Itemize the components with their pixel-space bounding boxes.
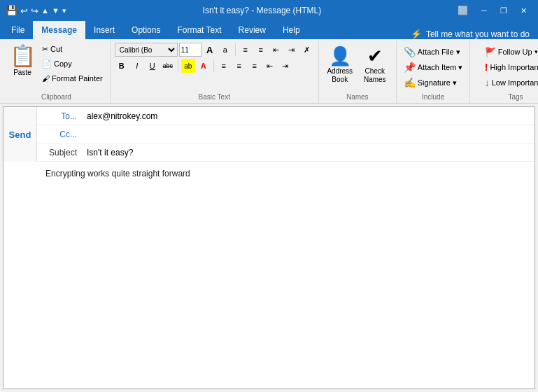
attach-file-icon: 📎	[404, 46, 416, 57]
format-painter-label: Format Painter	[52, 74, 103, 83]
decrease-indent-button[interactable]: ⇤	[269, 43, 283, 57]
window-controls: ⬜ ─ ❐ ✕	[458, 4, 532, 18]
clipboard-group-content: 📋 Paste ✂ Cut 📄 Copy 🖌 Format Painter	[7, 42, 106, 92]
increase-indent-button[interactable]: ⇥	[285, 43, 299, 57]
tab-review[interactable]: Review	[230, 21, 274, 39]
basic-text-content: Calibri (Bo A a ≡ ≡ ⇤ ⇥ ✗ B I U abc ab	[115, 42, 314, 92]
grow-font-button[interactable]: A	[203, 43, 217, 57]
basic-text-group: Calibri (Bo A a ≡ ≡ ⇤ ⇥ ✗ B I U abc ab	[111, 41, 319, 103]
shrink-font-button[interactable]: a	[218, 43, 232, 57]
minimize-button[interactable]: ─	[475, 4, 493, 18]
numbered-list-button[interactable]: ≡	[254, 43, 268, 57]
cc-input[interactable]	[83, 125, 535, 143]
up-arrow-icon[interactable]: ▲	[41, 6, 49, 15]
attach-file-label: Attach File ▾	[418, 48, 460, 57]
include-label: Include	[401, 92, 466, 103]
cut-icon: ✂	[42, 45, 48, 54]
close-button[interactable]: ✕	[514, 4, 532, 18]
tags-group: 🚩 Follow Up ▾ ! High Importance ↓ Low Im…	[470, 41, 538, 103]
underline-button[interactable]: U	[146, 59, 160, 73]
tab-insert[interactable]: Insert	[85, 21, 123, 39]
names-group: 👤 Address Book ✔ Check Names Names	[319, 41, 397, 103]
follow-up-button[interactable]: 🚩 Follow Up ▾	[482, 45, 538, 59]
font-row: Calibri (Bo A a ≡ ≡ ⇤ ⇥ ✗	[115, 42, 314, 57]
follow-up-chevron: ▾	[535, 48, 538, 55]
cc-button[interactable]: Cc...	[37, 125, 83, 143]
bullet-list-button[interactable]: ≡	[239, 43, 253, 57]
address-book-button[interactable]: 👤 Address Book	[323, 42, 357, 88]
include-group: 📎 Attach File ▾ 📌 Attach Item ▾ ✍ Signat…	[397, 41, 471, 103]
to-row: To...	[37, 107, 535, 125]
tab-message[interactable]: Message	[33, 21, 85, 39]
to-input[interactable]	[83, 107, 535, 125]
separator	[235, 43, 236, 56]
high-importance-icon: !	[485, 62, 488, 73]
body-input[interactable]	[37, 162, 535, 388]
increase-indent2-button[interactable]: ⇥	[278, 59, 292, 73]
align-left-button[interactable]: ≡	[217, 59, 231, 73]
window-icon: ⬜	[458, 6, 468, 15]
clear-format-button[interactable]: ✗	[300, 43, 314, 57]
names-content: 👤 Address Book ✔ Check Names	[323, 42, 392, 92]
highlight-button[interactable]: ab	[181, 59, 195, 73]
format-row: B I U abc ab A ≡ ≡ ≡ ⇤ ⇥	[115, 58, 292, 74]
title-bar-left: 💾 ↩ ↪ ▲ ▼ ▾	[6, 5, 66, 16]
check-names-button[interactable]: ✔ Check Names	[358, 42, 392, 88]
format-painter-button[interactable]: 🖌 Format Painter	[39, 71, 106, 85]
bold-button[interactable]: B	[115, 59, 129, 73]
help-search-text[interactable]: Tell me what you want to do	[426, 29, 530, 39]
signature-button[interactable]: ✍ Signature ▾	[401, 76, 460, 90]
format-painter-icon: 🖌	[42, 74, 50, 83]
low-importance-button[interactable]: ↓ Low Importance	[482, 76, 538, 90]
paste-icon: 📋	[10, 44, 36, 67]
quick-access-toolbar: 💾 ↩ ↪ ▲ ▼ ▾	[6, 5, 66, 16]
font-color-button[interactable]: A	[197, 59, 211, 73]
send-button[interactable]: Send	[3, 107, 37, 162]
to-button[interactable]: To...	[37, 107, 83, 125]
tab-file[interactable]: File	[3, 21, 33, 39]
restore-button[interactable]: ❐	[495, 4, 513, 18]
tab-help[interactable]: Help	[274, 21, 309, 39]
ribbon-tab-bar: File Message Insert Options Format Text …	[0, 21, 538, 39]
paste-label: Paste	[13, 69, 31, 76]
copy-button[interactable]: 📄 Copy	[39, 57, 106, 71]
address-book-icon: 👤	[329, 47, 351, 65]
low-importance-icon: ↓	[485, 77, 490, 88]
font-selector[interactable]: Calibri (Bo	[115, 43, 178, 57]
tab-format-text[interactable]: Format Text	[169, 21, 229, 39]
tab-options[interactable]: Options	[123, 21, 169, 39]
follow-up-label: Follow Up	[498, 48, 532, 56]
signature-label: Signature ▾	[418, 78, 457, 88]
align-right-button[interactable]: ≡	[248, 59, 262, 73]
attach-file-button[interactable]: 📎 Attach File ▾	[401, 45, 463, 59]
paste-button[interactable]: 📋 Paste	[7, 42, 38, 88]
email-fields-body: To... Cc... Subject	[37, 107, 535, 388]
align-center-button[interactable]: ≡	[232, 59, 246, 73]
follow-up-icon: 🚩	[485, 47, 496, 57]
undo-icon[interactable]: ↩	[20, 6, 28, 16]
down-arrow-icon[interactable]: ▼	[52, 6, 59, 15]
clipboard-group: 📋 Paste ✂ Cut 📄 Copy 🖌 Format Painter Cl…	[3, 41, 111, 103]
cut-button[interactable]: ✂ Cut	[39, 42, 106, 56]
check-names-label: Check Names	[360, 67, 390, 84]
subject-input[interactable]	[83, 144, 535, 161]
font-size-input[interactable]	[179, 43, 201, 57]
attach-item-button[interactable]: 📌 Attach Item ▾	[401, 60, 466, 74]
attach-item-icon: 📌	[404, 62, 416, 73]
email-body-container	[37, 162, 535, 388]
italic-button[interactable]: I	[130, 59, 144, 73]
check-names-icon: ✔	[367, 47, 383, 65]
strikethrough-button[interactable]: abc	[161, 59, 175, 73]
subject-label: Subject	[37, 148, 83, 158]
basic-text-label: Basic Text	[115, 92, 314, 103]
high-importance-button[interactable]: ! High Importance	[482, 60, 538, 74]
names-label: Names	[323, 92, 392, 103]
email-main-area: Send To... Cc... Subject	[0, 104, 538, 392]
cc-row: Cc...	[37, 125, 535, 144]
decrease-indent2-button[interactable]: ⇤	[263, 59, 277, 73]
separator2	[178, 59, 178, 72]
redo-icon[interactable]: ↪	[31, 6, 38, 16]
clipboard-label: Clipboard	[7, 92, 106, 103]
address-book-label: Address Book	[325, 67, 355, 84]
save-icon[interactable]: 💾	[6, 5, 17, 16]
